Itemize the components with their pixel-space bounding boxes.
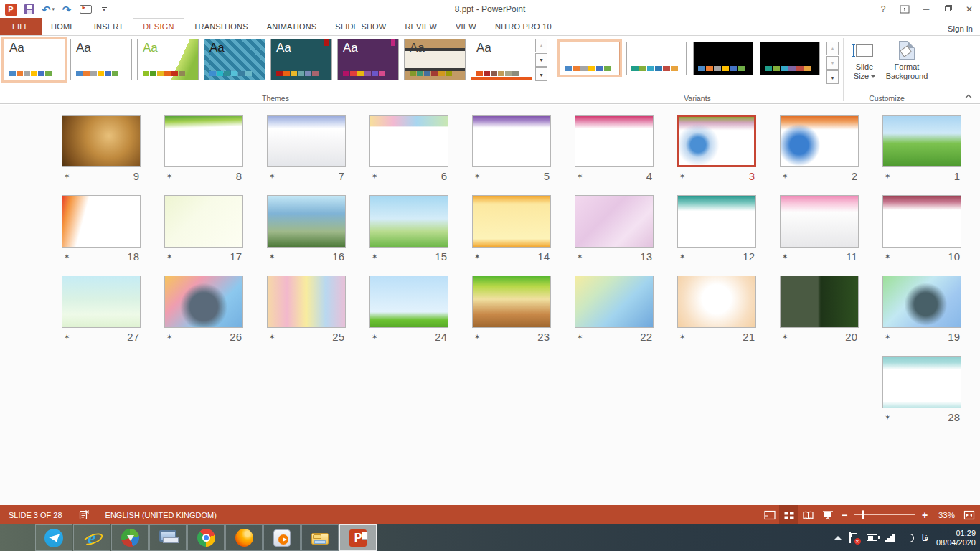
slide-thumbnail-19[interactable]: [882, 276, 961, 328]
powerpoint-logo-icon[interactable]: P: [4, 1, 18, 17]
theme-thumbnail-6[interactable]: Aa: [337, 39, 399, 80]
theme-thumbnail-1[interactable]: Aa: [4, 39, 65, 80]
tab-nitro-pro-10[interactable]: NITRO PRO 10: [486, 18, 561, 35]
slide-thumbnail-26[interactable]: [164, 276, 243, 328]
taskbar-file-explorer-icon[interactable]: [301, 524, 339, 551]
theme-thumbnail-8[interactable]: Aa: [471, 39, 532, 80]
slide-thumbnail-21[interactable]: [677, 276, 756, 328]
animation-star-icon[interactable]: ✶: [474, 172, 480, 180]
animation-star-icon[interactable]: ✶: [885, 253, 890, 260]
tab-insert[interactable]: INSERT: [85, 18, 133, 35]
slide-thumbnail-7[interactable]: [267, 115, 346, 167]
slide-thumbnail-9[interactable]: [62, 115, 141, 167]
animation-star-icon[interactable]: ✶: [166, 172, 172, 180]
slide-thumbnail-16[interactable]: [267, 195, 346, 248]
theme-thumbnail-7[interactable]: Aa: [404, 39, 466, 80]
animation-star-icon[interactable]: ✶: [782, 172, 788, 180]
ribbon-display-options-icon[interactable]: [894, 0, 915, 19]
variants-more-icon[interactable]: ▼: [826, 70, 839, 84]
themes-more-icon[interactable]: ▼: [535, 67, 547, 81]
taskbar-ie-icon[interactable]: e: [73, 524, 110, 551]
animation-star-icon[interactable]: ✶: [474, 333, 480, 341]
slide-thumbnail-8[interactable]: [164, 115, 243, 167]
slide-thumbnail-23[interactable]: [472, 276, 551, 328]
variant-thumbnail-4[interactable]: [760, 42, 820, 75]
animation-star-icon[interactable]: ✶: [166, 253, 172, 260]
tab-file[interactable]: FILE: [0, 18, 42, 35]
taskbar-powerpoint-icon[interactable]: P: [339, 524, 377, 551]
taskbar-telegram-icon[interactable]: [35, 524, 72, 551]
taskbar-media-icon[interactable]: [263, 524, 301, 551]
sign-in-link[interactable]: Sign in: [948, 24, 973, 33]
fit-slide-to-window-icon[interactable]: [959, 505, 979, 524]
tab-transitions[interactable]: TRANSITIONS: [184, 18, 258, 35]
animation-star-icon[interactable]: ✶: [64, 333, 70, 341]
animation-star-icon[interactable]: ✶: [64, 172, 70, 180]
variant-thumbnail-2[interactable]: [626, 42, 687, 75]
start-from-beginning-icon[interactable]: [78, 1, 93, 17]
slide-thumbnail-14[interactable]: [472, 195, 551, 248]
format-background-button[interactable]: Format Background: [881, 38, 933, 81]
volume-icon[interactable]: [903, 534, 914, 542]
tab-home[interactable]: HOME: [42, 18, 85, 35]
zoom-percentage[interactable]: 33%: [932, 511, 959, 519]
slide-thumbnail-11[interactable]: [780, 195, 859, 248]
save-icon[interactable]: [22, 1, 37, 17]
slide-thumbnail-15[interactable]: [369, 195, 448, 248]
animation-star-icon[interactable]: ✶: [885, 172, 890, 180]
hidden-icons-chevron-icon[interactable]: [834, 536, 842, 540]
animation-star-icon[interactable]: ✶: [64, 253, 70, 260]
close-icon[interactable]: ✕: [958, 0, 980, 19]
tab-view[interactable]: VIEW: [446, 18, 486, 35]
taskbar-chrome-icon[interactable]: [187, 524, 225, 551]
animation-star-icon[interactable]: ✶: [166, 333, 172, 341]
taskbar-firefox-icon[interactable]: [225, 524, 263, 551]
animation-star-icon[interactable]: ✶: [269, 333, 275, 341]
theme-thumbnail-2[interactable]: Aa: [70, 39, 132, 80]
zoom-in-button[interactable]: +: [918, 509, 932, 521]
animation-star-icon[interactable]: ✶: [679, 253, 685, 260]
tab-design[interactable]: DESIGN: [133, 18, 184, 35]
collapse-ribbon-icon[interactable]: [964, 94, 973, 99]
customize-quick-access-toolbar-icon[interactable]: ▾: [97, 1, 111, 17]
taskbar-clock[interactable]: 01:29 08/04/2020: [936, 529, 976, 547]
variant-thumbnail-3[interactable]: [693, 42, 753, 75]
animation-star-icon[interactable]: ✶: [885, 333, 890, 341]
animation-star-icon[interactable]: ✶: [577, 253, 583, 260]
animation-star-icon[interactable]: ✶: [577, 172, 583, 180]
animation-star-icon[interactable]: ✶: [269, 253, 275, 260]
zoom-slider-thumb[interactable]: [862, 510, 864, 519]
theme-thumbnail-5[interactable]: Aa: [270, 39, 332, 80]
animation-star-icon[interactable]: ✶: [782, 333, 788, 341]
slide-size-button[interactable]: Slide Size: [847, 38, 882, 81]
animation-star-icon[interactable]: ✶: [885, 413, 890, 421]
themes-scroll-down-icon[interactable]: ▼: [535, 53, 547, 67]
action-center-flag-icon[interactable]: ✕: [849, 532, 859, 543]
normal-view-button[interactable]: [760, 505, 779, 524]
variant-thumbnail-1[interactable]: [560, 42, 620, 75]
animation-star-icon[interactable]: ✶: [577, 333, 583, 341]
spell-check-icon[interactable]: [78, 509, 90, 520]
animation-star-icon[interactable]: ✶: [679, 172, 685, 180]
animation-star-icon[interactable]: ✶: [782, 253, 788, 260]
slide-thumbnail-2[interactable]: [780, 115, 859, 167]
taskbar-idm-icon[interactable]: [111, 524, 149, 551]
animation-star-icon[interactable]: ✶: [269, 172, 275, 180]
slide-thumbnail-1[interactable]: [882, 115, 961, 167]
battery-icon[interactable]: [867, 534, 877, 541]
slide-thumbnail-22[interactable]: [575, 276, 654, 328]
themes-scroll-up-icon[interactable]: ▲: [535, 39, 547, 52]
tab-slide-show[interactable]: SLIDE SHOW: [326, 18, 395, 35]
tab-review[interactable]: REVIEW: [395, 18, 446, 35]
animation-star-icon[interactable]: ✶: [474, 253, 480, 260]
slide-show-view-button[interactable]: [818, 505, 837, 524]
variants-scroll-up-icon[interactable]: ▲: [826, 42, 839, 55]
slide-thumbnail-17[interactable]: [164, 195, 243, 248]
slide-thumbnail-25[interactable]: [267, 276, 346, 328]
slide-thumbnail-10[interactable]: [882, 195, 961, 248]
zoom-slider[interactable]: [852, 505, 918, 524]
slide-thumbnail-20[interactable]: [780, 276, 859, 328]
slide-thumbnail-24[interactable]: [369, 276, 448, 328]
variants-scroll-down-icon[interactable]: ▼: [826, 56, 839, 70]
animation-star-icon[interactable]: ✶: [372, 172, 377, 180]
